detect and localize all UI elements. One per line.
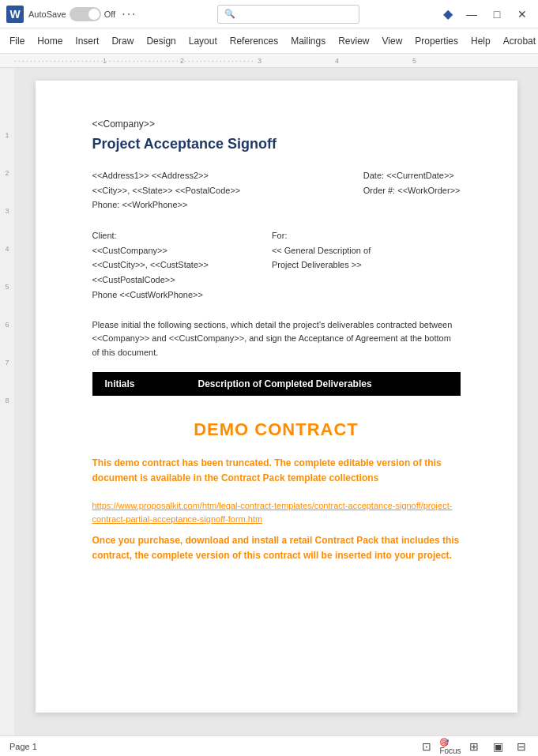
search-box[interactable]: 🔍: [217, 5, 359, 24]
gutter-mark-7: 7: [5, 359, 9, 367]
deliverables-header: Initials Description of Completed Delive…: [92, 372, 461, 396]
client-section: Client: <<CustCompany>> <<CustCity>>, <<…: [92, 228, 461, 302]
order-row: Order #: <<WorkOrder>>: [363, 183, 461, 198]
page-indicator: Page 1: [9, 742, 37, 751]
table-col2-header: Description of Completed Deliverables: [198, 378, 372, 389]
client-postal: <<CustPostalCode>>: [92, 273, 209, 288]
client-phone: Phone <<CustWorkPhone>>: [92, 288, 209, 303]
gutter-mark-2: 2: [5, 169, 9, 177]
left-gutter: 1 2 3 4 5 6 7 8: [0, 68, 14, 735]
word-icon: W: [6, 6, 24, 23]
gutter-mark-5: 5: [5, 283, 9, 291]
menu-mailings[interactable]: Mailings: [284, 32, 332, 50]
document-title: Project Acceptance Signoff: [92, 136, 461, 152]
date-value: <<CurrentDate>>: [386, 171, 454, 180]
close-button[interactable]: ✕: [513, 5, 532, 24]
main-area: 1 2 3 4 5 6 7 8 <<Company>> Project Acce…: [0, 68, 538, 735]
document-page[interactable]: <<Company>> Project Acceptance Signoff <…: [36, 81, 517, 713]
address-section: <<Address1>> <<Address2>> <<City>>, <<St…: [92, 168, 461, 213]
client-right: For: << General Description of Project D…: [272, 228, 371, 302]
menu-home[interactable]: Home: [31, 32, 69, 50]
menu-bar: File Home Insert Draw Design Layout Refe…: [0, 28, 538, 54]
ruler-content: · · · · · · · · · · · · · · · · · · · · …: [0, 54, 538, 67]
title-bar: W AutoSave Off ··· 🔍 ◆ — □ ✕: [0, 0, 538, 28]
date-row: Date: <<CurrentDate>>: [363, 168, 461, 183]
date-label: Date:: [363, 171, 384, 180]
menu-references[interactable]: References: [224, 32, 284, 50]
order-label: Order #:: [363, 186, 395, 195]
menu-file[interactable]: File: [3, 32, 31, 50]
address-line1: <<Address1>> <<Address2>>: [92, 168, 241, 183]
menu-review[interactable]: Review: [332, 32, 375, 50]
menu-draw[interactable]: Draw: [105, 32, 140, 50]
quick-access-dots[interactable]: ···: [122, 7, 137, 21]
status-icon-find[interactable]: ⊡: [419, 739, 434, 754]
demo-truncated-text: This demo contract has been truncated. T…: [92, 456, 461, 486]
status-bar: Page 1 ⊡ 🎯 Focus ⊞ ▣ ⊟: [0, 735, 538, 756]
ruler: · · · · · · · · · · · · · · · · · · · · …: [0, 54, 538, 68]
document-area: <<Company>> Project Acceptance Signoff <…: [14, 68, 538, 735]
menu-layout[interactable]: Layout: [182, 32, 224, 50]
minimize-button[interactable]: —: [462, 5, 481, 24]
maximize-button[interactable]: □: [487, 5, 506, 24]
status-icon-print[interactable]: ▣: [491, 739, 505, 754]
address-line2: <<City>>, <<State>> <<PostalCode>>: [92, 183, 241, 198]
client-company: <<CustCompany>>: [92, 243, 209, 258]
menu-properties[interactable]: Properties: [408, 32, 465, 50]
company-tag: <<Company>>: [92, 118, 461, 130]
title-center: 🔍: [137, 5, 440, 24]
menu-help[interactable]: Help: [465, 32, 497, 50]
menu-view[interactable]: View: [376, 32, 409, 50]
demo-purchase-text: Once you purchase, download and install …: [92, 533, 461, 563]
for-description2: Project Deliverables >>: [272, 258, 371, 273]
for-label: For:: [272, 228, 371, 243]
menu-insert[interactable]: Insert: [69, 32, 105, 50]
statusbar-right: ⊡ 🎯 Focus ⊞ ▣ ⊟: [419, 739, 529, 754]
address-left: <<Address1>> <<Address2>> <<City>>, <<St…: [92, 168, 241, 213]
autosave-toggle[interactable]: [70, 7, 101, 21]
status-icon-focus[interactable]: 🎯 Focus: [443, 739, 457, 754]
menu-acrobat[interactable]: Acrobat: [497, 32, 538, 50]
address-right: Date: <<CurrentDate>> Order #: <<WorkOrd…: [363, 168, 461, 213]
client-label: Client:: [92, 228, 209, 243]
status-icon-web[interactable]: ⊟: [514, 739, 529, 754]
gutter-mark-6: 6: [5, 321, 9, 329]
client-left: Client: <<CustCompany>> <<CustCity>>, <<…: [92, 228, 209, 302]
gutter-mark-8: 8: [5, 397, 9, 404]
autosave-label: AutoSave: [28, 9, 66, 19]
table-col1-header: Initials: [105, 378, 135, 389]
demo-contract-title: DEMO CONTRACT: [92, 419, 461, 440]
order-value: <<WorkOrder>>: [397, 186, 460, 195]
menu-design[interactable]: Design: [140, 32, 182, 50]
address-line3: Phone: <<WorkPhone>>: [92, 197, 241, 213]
status-icon-layout[interactable]: ⊞: [467, 739, 481, 754]
for-description: << General Description of: [272, 243, 371, 258]
diamond-icon: ◆: [440, 6, 456, 22]
autosave-off-label: Off: [104, 9, 115, 19]
title-right-controls: ◆ — □ ✕: [440, 5, 532, 24]
intro-text: Please initial the following sections, w…: [92, 318, 461, 360]
gutter-mark-4: 4: [5, 245, 9, 253]
demo-link[interactable]: https://www.proposalkit.com/htm/legal-co…: [92, 499, 461, 527]
client-city-state: <<CustCity>>, <<CustState>>: [92, 258, 209, 273]
gutter-mark-1: 1: [5, 131, 9, 139]
gutter-mark-3: 3: [5, 207, 9, 215]
